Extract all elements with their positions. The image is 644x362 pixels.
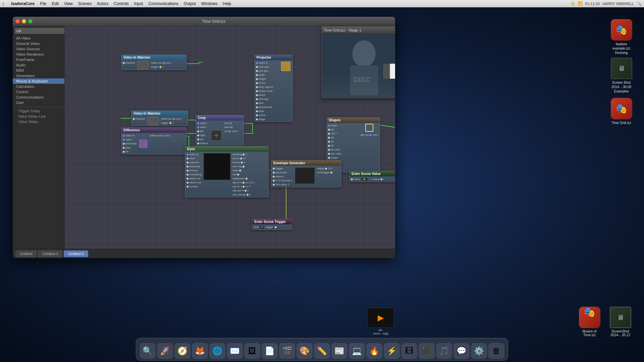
port-dot[interactable] [243, 182, 245, 184]
menu-windows[interactable]: Windows [199, 1, 220, 6]
port-dot[interactable] [256, 78, 258, 80]
node-enter-scene-value[interactable]: Enter Scene Value value▶0 output0 [349, 171, 395, 182]
port-dot[interactable] [328, 129, 330, 131]
port-dot[interactable] [256, 66, 258, 68]
port-dot[interactable] [186, 170, 189, 172]
node-difference[interactable]: Difference video in video threshold gray… [121, 127, 186, 155]
port-dot[interactable] [256, 110, 258, 112]
node-crop[interactable]: Crop video video left right top bottom b… [196, 115, 244, 150]
port-dot[interactable] [273, 184, 275, 186]
port-dot[interactable] [369, 134, 371, 136]
port-dot[interactable] [243, 154, 245, 156]
desktop-icon-screen-shot-1[interactable]: 🖥 Screen Shot2014-...30.09Examples [607, 58, 636, 94]
port-dot[interactable] [230, 122, 232, 124]
port-dot[interactable] [256, 74, 258, 76]
port-dot[interactable] [161, 135, 163, 137]
node-eyes[interactable]: Eyes video in rows columns threshold inv… [185, 146, 269, 197]
sidebar-item-general-video[interactable]: General Video [13, 41, 64, 46]
port-dot[interactable] [123, 135, 125, 137]
desktop-icon-screen-shot-2[interactable]: 🖥 ScreenShot2014-...35.12 [606, 307, 635, 337]
port-dot[interactable] [256, 94, 258, 96]
port-dot[interactable] [133, 118, 135, 120]
dock-music[interactable]: 🎵 [436, 343, 452, 359]
sidebar-item-video-renderers[interactable]: Video Renderers [13, 52, 64, 57]
dock-photos[interactable]: 🖼 [244, 343, 260, 359]
vlc-icon[interactable]: ▶ vlc-recor...mpg [366, 308, 396, 335]
menu-output[interactable]: Output [181, 1, 199, 6]
port-dot[interactable] [330, 172, 332, 174]
port-dot[interactable] [239, 170, 241, 172]
sidebar-item-communications[interactable]: Communications [13, 95, 64, 100]
port-dot[interactable] [243, 166, 245, 168]
menu-view[interactable]: View [61, 1, 75, 6]
port-dot[interactable] [197, 142, 199, 144]
dock-launchpad[interactable]: 🚀 [157, 343, 173, 359]
port-dot[interactable] [256, 70, 258, 72]
port-dot[interactable] [328, 141, 330, 143]
port-dot[interactable] [256, 118, 258, 120]
minimize-button[interactable] [22, 19, 26, 23]
desktop-icon-time-grid[interactable]: 🎭 Time Grid.izz [607, 98, 636, 125]
port-dot[interactable] [328, 145, 330, 147]
menu-communications[interactable]: Communications [146, 1, 181, 6]
port-dot[interactable] [245, 190, 247, 192]
node-projector-1[interactable]: Projector video in horz pos vert pos wid… [254, 55, 293, 122]
port-dot[interactable] [256, 114, 258, 116]
dock-flash[interactable]: ⚡ [384, 343, 400, 359]
node-enter-scene-trigger[interactable]: Enter Scene Trigger ⟹ ✛ trigger [252, 219, 292, 230]
port-dot[interactable] [247, 194, 249, 196]
close-button[interactable] [15, 19, 20, 23]
desktop-icon-isadora-example[interactable]: 🎭 Isadoraexample.izzDevising [607, 19, 636, 55]
dock-chat[interactable]: 💬 [453, 343, 470, 359]
port-dot[interactable] [186, 154, 189, 156]
port-dot[interactable] [169, 122, 171, 124]
port-dot[interactable] [197, 130, 199, 132]
sidebar-item-all-video[interactable]: All Video [13, 36, 64, 41]
port-dot[interactable] [186, 174, 189, 176]
dock-fireworks[interactable]: 🔥 [366, 343, 382, 359]
desktop-icon-illusion-time[interactable]: 🎭 Illusion ofTime.izz [575, 307, 604, 337]
port-dot[interactable] [240, 158, 242, 160]
sidebar-item-video-sources[interactable]: Video Sources [13, 46, 64, 52]
port-dot[interactable] [123, 147, 125, 149]
port-dot[interactable] [123, 139, 125, 141]
node-video-in-watcher-1[interactable]: Video In Watcher channel video outvideo … [121, 55, 186, 70]
port-dot[interactable] [241, 162, 243, 164]
port-dot[interactable] [256, 106, 258, 108]
search-icon[interactable]: 🔍 [637, 1, 641, 6]
port-dot[interactable] [197, 122, 199, 124]
sidebar-item-control[interactable]: Control [13, 89, 64, 95]
port-dot[interactable] [123, 151, 125, 153]
port-dot[interactable] [328, 137, 330, 139]
sidebar-item-audio[interactable]: Audio [13, 62, 64, 68]
port-dot[interactable] [186, 166, 189, 168]
port-dot[interactable] [328, 157, 330, 159]
port-dot[interactable] [328, 125, 330, 127]
port-dot[interactable] [186, 162, 189, 164]
menu-controls[interactable]: Controls [111, 1, 131, 6]
dock-ae[interactable]: 🎬 [279, 343, 295, 359]
port-dot[interactable] [186, 158, 189, 160]
sidebar-item-mouse-keyboard[interactable]: Mouse & Keyboard [13, 78, 64, 84]
port-dot[interactable] [328, 133, 330, 135]
port-dot[interactable] [256, 102, 258, 104]
dock-chrome[interactable]: 🌐 [209, 343, 225, 359]
dock-illustrator[interactable]: ✏️ [314, 343, 330, 359]
dock-settings[interactable]: ⚙️ [471, 343, 487, 359]
maximize-button[interactable] [28, 19, 33, 23]
tab-untitled-1[interactable]: Untitled-1 [38, 250, 62, 257]
port-dot[interactable] [380, 178, 382, 180]
port-dot[interactable] [256, 90, 258, 92]
port-dot[interactable] [123, 143, 125, 145]
port-dot[interactable] [273, 172, 275, 174]
port-dot[interactable] [273, 180, 275, 182]
sidebar-sub-value-delay[interactable]: Value Delay Line [13, 114, 64, 119]
port-dot[interactable] [328, 149, 330, 151]
dock-photoshop[interactable]: 🎨 [297, 343, 313, 359]
menu-actors[interactable]: Actors [94, 1, 111, 6]
port-dot[interactable] [159, 66, 161, 68]
dock-acrobat[interactable]: 📄 [262, 343, 278, 359]
port-dot[interactable] [328, 153, 330, 155]
node-video-in-watcher-2[interactable]: Video In Watcher channel video outvideo … [131, 111, 188, 126]
port-dot[interactable] [197, 138, 199, 140]
